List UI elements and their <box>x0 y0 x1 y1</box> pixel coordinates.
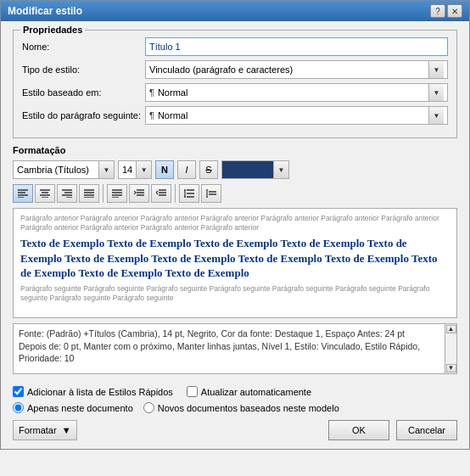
auto-update-label: Atualizar automaticamente <box>201 387 311 397</box>
align-separator1 <box>103 184 104 203</box>
add-quick-styles-checkbox-label[interactable]: Adicionar à lista de Estilos Rápidos <box>13 386 173 397</box>
preview-main-text: Texto de Exemplo Texto de Exemplo Texto … <box>20 236 450 281</box>
new-docs-radio-label[interactable]: Novos documentos baseados neste modelo <box>143 402 339 413</box>
only-this-doc-radio[interactable] <box>13 402 24 413</box>
align-right-button[interactable] <box>57 184 77 203</box>
format-button[interactable]: Formatar ▼ <box>13 420 77 440</box>
preview-previous-paragraph: Parágrafo anterior Parágrafo anterior Pa… <box>20 214 450 232</box>
style-type-row: Tipo de estilo: Vinculado (parágrafo e c… <box>22 60 448 79</box>
format-dropdown-arrow: ▼ <box>62 425 71 435</box>
next-style-para-icon: ¶ <box>149 110 154 120</box>
title-bar-buttons: ? ✕ <box>430 4 462 18</box>
style-type-select[interactable]: Vinculado (parágrafo e caracteres) ▼ <box>145 60 448 79</box>
options-row1: Adicionar à lista de Estilos Rápidos Atu… <box>13 386 457 397</box>
scroll-down-arrow[interactable]: ▼ <box>446 364 456 372</box>
format-row1: Cambria (Títulos) ▼ 14 ▼ N I S ▼ <box>13 160 457 179</box>
style-type-arrow[interactable]: ▼ <box>428 61 444 78</box>
italic-button[interactable]: I <box>177 160 196 179</box>
next-style-row: Estilo do parágrafo seguinte: ¶ Normal ▼ <box>22 106 448 125</box>
size-arrow[interactable]: ▼ <box>136 161 151 178</box>
align-left-button[interactable] <box>13 184 33 203</box>
formatting-section: Formatação Cambria (Títulos) ▼ 14 ▼ N I … <box>13 145 457 381</box>
formatting-label: Formatação <box>13 145 457 155</box>
description-box: Fonte: (Padrão) +Títulos (Cambria), 14 p… <box>13 323 457 374</box>
font-name: Cambria (Títulos) <box>14 165 98 175</box>
description-text: Fonte: (Padrão) +Títulos (Cambria), 14 p… <box>19 328 441 365</box>
next-style-label: Estilo do parágrafo seguinte: <box>22 110 145 120</box>
name-row: Nome: <box>22 37 448 56</box>
style-type-value: Vinculado (parágrafo e caracteres) <box>149 64 428 75</box>
font-select[interactable]: Cambria (Títulos) ▼ <box>13 160 115 179</box>
description-scrollbar[interactable]: ▲ ▼ <box>445 324 456 373</box>
based-on-value: ¶ Normal <box>149 87 428 98</box>
close-button[interactable]: ✕ <box>447 4 462 18</box>
align-center-button[interactable] <box>35 184 55 203</box>
auto-update-checkbox[interactable] <box>187 386 198 397</box>
bottom-row: Formatar ▼ OK Cancelar <box>13 420 457 440</box>
only-this-doc-radio-label[interactable]: Apenas neste documento <box>13 402 133 413</box>
properties-group: Propriedades Nome: Tipo de estilo: Vincu… <box>13 30 457 138</box>
auto-update-checkbox-label[interactable]: Atualizar automaticamente <box>187 386 311 397</box>
next-style-text: Normal <box>158 110 187 120</box>
only-this-doc-label: Apenas neste documento <box>27 403 133 413</box>
based-on-arrow[interactable]: ▼ <box>428 84 444 101</box>
format-label: Formatar <box>19 425 57 435</box>
dialog-body: Propriedades Nome: Tipo de estilo: Vincu… <box>1 21 469 449</box>
description-wrapper: Fonte: (Padrão) +Títulos (Cambria), 14 p… <box>13 323 457 381</box>
color-swatch <box>222 161 273 178</box>
next-style-arrow[interactable]: ▼ <box>428 107 444 124</box>
color-arrow[interactable]: ▼ <box>273 161 288 178</box>
align-justify2-button[interactable] <box>107 184 127 203</box>
based-on-select[interactable]: ¶ Normal ▼ <box>145 83 448 102</box>
line-spacing-button[interactable] <box>179 184 199 203</box>
modify-style-dialog: Modificar estilo ? ✕ Propriedades Nome: … <box>0 0 470 450</box>
indent-increase-button[interactable] <box>129 184 149 203</box>
help-button[interactable]: ? <box>430 4 445 18</box>
color-select[interactable]: ▼ <box>221 160 289 179</box>
cancel-button[interactable]: Cancelar <box>396 420 457 440</box>
options-section: Adicionar à lista de Estilos Rápidos Atu… <box>13 386 457 413</box>
bold-button[interactable]: N <box>155 160 174 179</box>
name-label: Nome: <box>22 42 145 52</box>
radio-group: Apenas neste documento Novos documentos … <box>13 402 457 413</box>
alignment-row <box>13 184 457 203</box>
add-quick-styles-label: Adicionar à lista de Estilos Rápidos <box>27 387 173 397</box>
preview-next-paragraph: Parágrafo seguinte Parágrafo seguinte Pa… <box>20 284 450 303</box>
next-style-value: ¶ Normal <box>149 110 428 120</box>
strikethrough-button[interactable]: S <box>199 160 218 179</box>
properties-group-label: Propriedades <box>20 25 85 35</box>
paragraph-spacing-button[interactable] <box>201 184 221 203</box>
based-on-label: Estilo baseado em: <box>22 87 145 98</box>
ok-button[interactable]: OK <box>328 420 389 440</box>
title-bar: Modificar estilo ? ✕ <box>1 1 469 21</box>
ok-cancel-buttons: OK Cancelar <box>328 420 457 440</box>
preview-box: Parágrafo anterior Parágrafo anterior Pa… <box>13 208 457 318</box>
align-separator2 <box>175 184 176 203</box>
based-on-row: Estilo baseado em: ¶ Normal ▼ <box>22 83 448 102</box>
indent-decrease-button[interactable] <box>151 184 171 203</box>
scroll-up-arrow[interactable]: ▲ <box>446 325 456 333</box>
add-quick-styles-checkbox[interactable] <box>13 386 24 397</box>
next-style-select[interactable]: ¶ Normal ▼ <box>145 106 448 125</box>
style-type-label: Tipo de estilo: <box>22 64 145 75</box>
new-docs-radio[interactable] <box>143 402 154 413</box>
new-docs-label: Novos documentos baseados neste modelo <box>158 403 339 413</box>
dialog-title: Modificar estilo <box>8 5 82 17</box>
based-on-text: Normal <box>158 87 187 98</box>
font-arrow[interactable]: ▼ <box>98 161 114 178</box>
font-size: 14 <box>119 165 136 175</box>
name-input[interactable] <box>145 37 448 56</box>
based-on-para-icon: ¶ <box>149 87 154 98</box>
size-select[interactable]: 14 ▼ <box>118 160 152 179</box>
align-justify-button[interactable] <box>79 184 99 203</box>
